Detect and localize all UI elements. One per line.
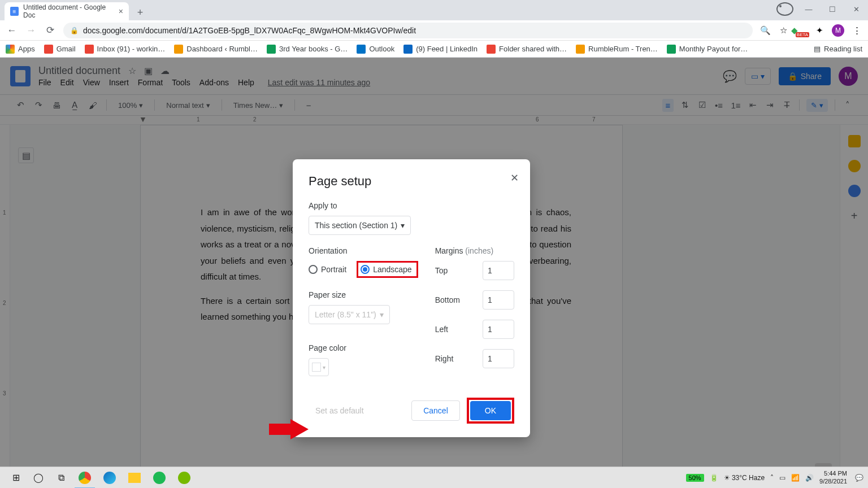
margin-right-input[interactable] xyxy=(483,349,514,368)
extensions-puzzle-icon[interactable]: ✦ xyxy=(814,25,825,36)
portrait-radio[interactable]: Portrait xyxy=(309,265,346,274)
chrome-app-icon[interactable] xyxy=(72,467,97,489)
tab-title: Untitled document - Google Doc xyxy=(23,3,114,19)
notifications-icon[interactable]: 💬 xyxy=(855,474,863,482)
bookmark-item[interactable]: Dashboard ‹ Rumbl… xyxy=(174,45,258,54)
wifi-icon[interactable]: 📶 xyxy=(791,474,800,482)
address-bar: ← → ⟳ 🔒 docs.google.com/document/d/1A2TG… xyxy=(0,20,868,41)
list-icon: ▤ xyxy=(814,45,821,53)
margin-top-input[interactable] xyxy=(483,261,514,280)
spotify-app-icon[interactable] xyxy=(147,467,172,489)
extension-icon[interactable]: ◆BETA xyxy=(796,25,807,36)
battery-icon: 🔋 xyxy=(710,474,718,482)
margin-top-label: Top xyxy=(435,266,448,275)
bookmark-item[interactable]: Outlook xyxy=(357,45,394,54)
browser-tab[interactable]: ≡ Untitled document - Google Doc × xyxy=(5,2,129,20)
windows-taskbar: ⊞ ◯ ⧉ 50% 🔋 ☀ 33°C Haze ˄ ▭ 📶 🔊 5:44 PM … xyxy=(0,467,868,488)
url-text: docs.google.com/document/d/1A2TGoEB-5pgB… xyxy=(83,26,416,35)
landscape-radio[interactable]: Landscape xyxy=(361,265,412,274)
back-icon[interactable]: ← xyxy=(6,25,18,36)
bookmark-item[interactable]: Folder shared with… xyxy=(487,45,567,54)
network-icon[interactable]: ▭ xyxy=(779,474,785,482)
orientation-label: Orientation xyxy=(309,246,418,255)
forward-icon: → xyxy=(25,25,37,36)
chrome-menu-icon[interactable]: ⋮ xyxy=(851,25,862,36)
margin-right-label: Right xyxy=(435,354,454,363)
reading-list-button[interactable]: ▤Reading list xyxy=(814,45,862,53)
volume-icon[interactable]: 🔊 xyxy=(805,474,814,482)
ok-highlight: OK xyxy=(467,398,514,424)
page-color-label: Page color xyxy=(309,343,418,352)
margin-bottom-label: Bottom xyxy=(435,295,460,304)
close-window-icon[interactable]: ✕ xyxy=(848,2,865,16)
bookmarks-bar: Apps Gmail Inbox (91) - workin… Dashboar… xyxy=(0,41,868,58)
bookmark-item[interactable]: RumbleRum - Tren… xyxy=(576,45,658,54)
edge-app-icon[interactable] xyxy=(97,467,122,489)
svg-marker-0 xyxy=(269,419,309,439)
page-setup-dialog: Page setup ✕ Apply to This section (Sect… xyxy=(293,159,530,437)
bookmark-item[interactable]: 3rd Year books - G… xyxy=(267,45,348,54)
paper-size-label: Paper size xyxy=(309,290,418,299)
apps-shortcut[interactable]: Apps xyxy=(6,45,35,54)
search-icon[interactable]: ◯ xyxy=(27,469,50,487)
bookmark-item[interactable]: Gmail xyxy=(44,45,76,54)
battery-indicator[interactable]: 50% xyxy=(686,474,704,482)
paper-size-select: Letter (8.5" x 11")▾ xyxy=(309,305,390,324)
browser-tab-strip: ≡ Untitled document - Google Doc × + — ☐… xyxy=(0,0,868,20)
profile-avatar[interactable]: M xyxy=(832,24,844,37)
zoom-icon[interactable]: 🔍 xyxy=(760,25,771,36)
lock-icon: 🔒 xyxy=(70,27,79,34)
maximize-icon[interactable]: ☐ xyxy=(824,2,841,16)
task-view-icon[interactable]: ⧉ xyxy=(50,469,72,487)
start-button[interactable]: ⊞ xyxy=(5,469,27,487)
apply-to-label: Apply to xyxy=(309,201,514,210)
landscape-highlight: Landscape xyxy=(357,261,418,278)
chevron-down-icon: ▾ xyxy=(401,221,405,230)
docs-favicon: ≡ xyxy=(10,7,19,16)
margins-label: Margins (inches) xyxy=(435,246,514,255)
reload-icon[interactable]: ⟳ xyxy=(44,24,57,36)
cancel-button[interactable]: Cancel xyxy=(411,400,460,421)
page-color-select[interactable]: ▾ xyxy=(309,358,329,376)
url-input[interactable]: 🔒 docs.google.com/document/d/1A2TGoEB-5p… xyxy=(63,23,753,38)
close-dialog-icon[interactable]: ✕ xyxy=(510,172,519,184)
bookmark-item[interactable]: Monthly Payout for… xyxy=(667,45,748,54)
ok-button[interactable]: OK xyxy=(470,401,511,420)
margin-left-input[interactable] xyxy=(483,320,514,339)
star-icon[interactable]: ☆ xyxy=(778,25,789,36)
weather-widget[interactable]: ☀ 33°C Haze xyxy=(724,474,765,482)
account-indicator-icon[interactable] xyxy=(776,2,793,16)
clock[interactable]: 5:44 PM 9/28/2021 xyxy=(819,470,847,485)
new-tab-button[interactable]: + xyxy=(132,5,148,20)
dialog-title: Page setup xyxy=(309,174,514,189)
margin-bottom-input[interactable] xyxy=(483,290,514,310)
set-default-button[interactable]: Set as default xyxy=(309,402,371,420)
close-tab-icon[interactable]: × xyxy=(119,7,123,16)
chevron-down-icon: ▾ xyxy=(380,310,384,319)
explorer-app-icon[interactable] xyxy=(122,467,147,489)
apply-to-select[interactable]: This section (Section 1)▾ xyxy=(309,216,411,235)
margin-left-label: Left xyxy=(435,325,448,334)
tray-expand-icon[interactable]: ˄ xyxy=(770,474,774,482)
bookmark-item[interactable]: Inbox (91) - workin… xyxy=(85,45,166,54)
utorrent-app-icon[interactable] xyxy=(172,467,197,489)
minimize-icon[interactable]: — xyxy=(800,2,817,16)
bookmark-item[interactable]: (9) Feed | LinkedIn xyxy=(403,45,478,54)
annotation-arrow-icon xyxy=(269,419,309,439)
